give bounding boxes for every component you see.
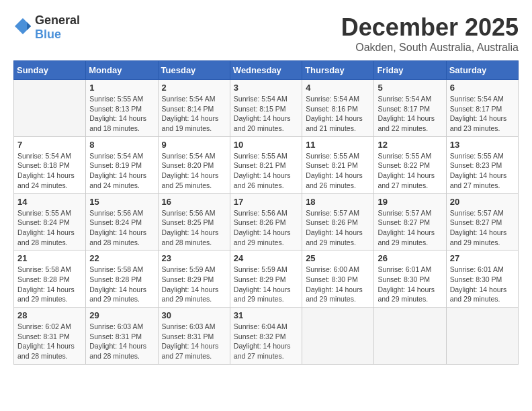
calendar-week-row: 21Sunrise: 5:58 AM Sunset: 8:28 PM Dayli… [14,250,519,308]
weekday-header: Wednesday [230,61,302,80]
day-number: 13 [450,140,515,150]
day-number: 1 [89,83,154,93]
day-info: Sunrise: 5:55 AM Sunset: 8:21 PM Dayligh… [306,151,370,191]
day-number: 29 [89,310,154,320]
day-number: 25 [306,253,370,263]
day-info: Sunrise: 5:54 AM Sunset: 8:17 PM Dayligh… [450,94,515,134]
calendar-table: SundayMondayTuesdayWednesdayThursdayFrid… [13,60,519,365]
day-info: Sunrise: 5:57 AM Sunset: 8:26 PM Dayligh… [306,208,370,248]
calendar-title: December 2025 [341,13,519,42]
day-number: 3 [234,83,298,93]
calendar-day-cell: 29Sunrise: 6:03 AM Sunset: 8:31 PM Dayli… [86,308,158,365]
day-info: Sunrise: 5:54 AM Sunset: 8:19 PM Dayligh… [89,151,154,191]
calendar-day-cell: 9Sunrise: 5:54 AM Sunset: 8:20 PM Daylig… [158,136,230,193]
day-info: Sunrise: 5:54 AM Sunset: 8:16 PM Dayligh… [306,94,370,134]
calendar-day-cell: 28Sunrise: 6:02 AM Sunset: 8:31 PM Dayli… [14,308,86,365]
logo: General Blue [13,13,80,42]
day-info: Sunrise: 6:03 AM Sunset: 8:31 PM Dayligh… [162,322,226,361]
calendar-day-cell [446,308,518,365]
page-header: General Blue December 2025 Oakden, South… [13,13,519,54]
day-info: Sunrise: 5:54 AM Sunset: 8:20 PM Dayligh… [162,151,226,191]
calendar-day-cell: 8Sunrise: 5:54 AM Sunset: 8:19 PM Daylig… [86,136,158,193]
calendar-day-cell: 13Sunrise: 5:55 AM Sunset: 8:23 PM Dayli… [446,136,518,193]
day-info: Sunrise: 6:00 AM Sunset: 8:30 PM Dayligh… [306,265,370,304]
day-number: 26 [378,253,442,263]
day-info: Sunrise: 5:54 AM Sunset: 8:14 PM Dayligh… [162,94,226,134]
day-info: Sunrise: 6:03 AM Sunset: 8:31 PM Dayligh… [89,322,154,361]
day-number: 18 [306,197,370,207]
day-number: 21 [17,253,82,263]
day-info: Sunrise: 6:01 AM Sunset: 8:30 PM Dayligh… [450,265,515,304]
day-number: 12 [378,140,442,150]
calendar-day-cell [374,308,446,365]
day-number: 14 [17,197,82,207]
weekday-header: Saturday [446,61,518,80]
title-area: December 2025 Oakden, South Australia, A… [341,13,519,54]
weekday-header: Tuesday [158,61,230,80]
calendar-day-cell: 5Sunrise: 5:54 AM Sunset: 8:17 PM Daylig… [374,80,446,137]
calendar-day-cell: 2Sunrise: 5:54 AM Sunset: 8:14 PM Daylig… [158,80,230,137]
calendar-day-cell: 10Sunrise: 5:55 AM Sunset: 8:21 PM Dayli… [230,136,302,193]
calendar-day-cell: 21Sunrise: 5:58 AM Sunset: 8:28 PM Dayli… [14,250,86,308]
calendar-day-cell: 15Sunrise: 5:56 AM Sunset: 8:24 PM Dayli… [86,193,158,250]
calendar-day-cell [302,308,374,365]
day-number: 19 [378,197,442,207]
calendar-week-row: 28Sunrise: 6:02 AM Sunset: 8:31 PM Dayli… [14,308,519,365]
day-number: 9 [162,140,226,150]
calendar-week-row: 14Sunrise: 5:55 AM Sunset: 8:24 PM Dayli… [14,193,519,250]
day-info: Sunrise: 6:04 AM Sunset: 8:32 PM Dayligh… [234,322,298,361]
day-info: Sunrise: 5:54 AM Sunset: 8:18 PM Dayligh… [17,151,82,191]
day-number: 23 [162,253,226,263]
day-info: Sunrise: 5:55 AM Sunset: 8:13 PM Dayligh… [89,94,154,134]
logo-icon [13,17,32,38]
day-info: Sunrise: 5:55 AM Sunset: 8:24 PM Dayligh… [17,208,82,248]
calendar-day-cell: 7Sunrise: 5:54 AM Sunset: 8:18 PM Daylig… [14,136,86,193]
day-number: 20 [450,197,515,207]
calendar-day-cell: 25Sunrise: 6:00 AM Sunset: 8:30 PM Dayli… [302,250,374,308]
calendar-day-cell: 20Sunrise: 5:57 AM Sunset: 8:27 PM Dayli… [446,193,518,250]
day-info: Sunrise: 6:01 AM Sunset: 8:30 PM Dayligh… [378,265,442,304]
calendar-week-row: 7Sunrise: 5:54 AM Sunset: 8:18 PM Daylig… [14,136,519,193]
calendar-day-cell: 1Sunrise: 5:55 AM Sunset: 8:13 PM Daylig… [86,80,158,137]
day-number: 6 [450,83,515,93]
calendar-day-cell: 4Sunrise: 5:54 AM Sunset: 8:16 PM Daylig… [302,80,374,137]
day-number: 16 [162,197,226,207]
day-info: Sunrise: 5:57 AM Sunset: 8:27 PM Dayligh… [378,208,442,248]
calendar-day-cell: 27Sunrise: 6:01 AM Sunset: 8:30 PM Dayli… [446,250,518,308]
day-number: 4 [306,83,370,93]
day-number: 17 [234,197,298,207]
day-number: 7 [17,140,82,150]
day-info: Sunrise: 5:54 AM Sunset: 8:17 PM Dayligh… [378,94,442,134]
calendar-day-cell: 23Sunrise: 5:59 AM Sunset: 8:29 PM Dayli… [158,250,230,308]
day-number: 28 [17,310,82,320]
calendar-day-cell [14,80,86,137]
day-number: 2 [162,83,226,93]
calendar-day-cell: 17Sunrise: 5:56 AM Sunset: 8:26 PM Dayli… [230,193,302,250]
weekday-header: Friday [374,61,446,80]
day-info: Sunrise: 5:58 AM Sunset: 8:28 PM Dayligh… [17,265,82,304]
day-number: 8 [89,140,154,150]
calendar-day-cell: 16Sunrise: 5:56 AM Sunset: 8:25 PM Dayli… [158,193,230,250]
calendar-day-cell: 6Sunrise: 5:54 AM Sunset: 8:17 PM Daylig… [446,80,518,137]
day-info: Sunrise: 5:57 AM Sunset: 8:27 PM Dayligh… [450,208,515,248]
day-number: 10 [234,140,298,150]
day-number: 27 [450,253,515,263]
calendar-day-cell: 30Sunrise: 6:03 AM Sunset: 8:31 PM Dayli… [158,308,230,365]
day-info: Sunrise: 5:55 AM Sunset: 8:23 PM Dayligh… [450,151,515,191]
calendar-day-cell: 31Sunrise: 6:04 AM Sunset: 8:32 PM Dayli… [230,308,302,365]
calendar-day-cell: 22Sunrise: 5:58 AM Sunset: 8:28 PM Dayli… [86,250,158,308]
calendar-day-cell: 3Sunrise: 5:54 AM Sunset: 8:15 PM Daylig… [230,80,302,137]
logo-text: General Blue [35,13,80,42]
day-info: Sunrise: 5:55 AM Sunset: 8:21 PM Dayligh… [234,151,298,191]
calendar-day-cell: 24Sunrise: 5:59 AM Sunset: 8:29 PM Dayli… [230,250,302,308]
day-number: 5 [378,83,442,93]
calendar-day-cell: 26Sunrise: 6:01 AM Sunset: 8:30 PM Dayli… [374,250,446,308]
day-info: Sunrise: 5:58 AM Sunset: 8:28 PM Dayligh… [89,265,154,304]
day-number: 15 [89,197,154,207]
day-info: Sunrise: 5:59 AM Sunset: 8:29 PM Dayligh… [162,265,226,304]
day-number: 22 [89,253,154,263]
weekday-header-row: SundayMondayTuesdayWednesdayThursdayFrid… [14,61,519,80]
weekday-header: Thursday [302,61,374,80]
day-number: 30 [162,310,226,320]
day-number: 31 [234,310,298,320]
